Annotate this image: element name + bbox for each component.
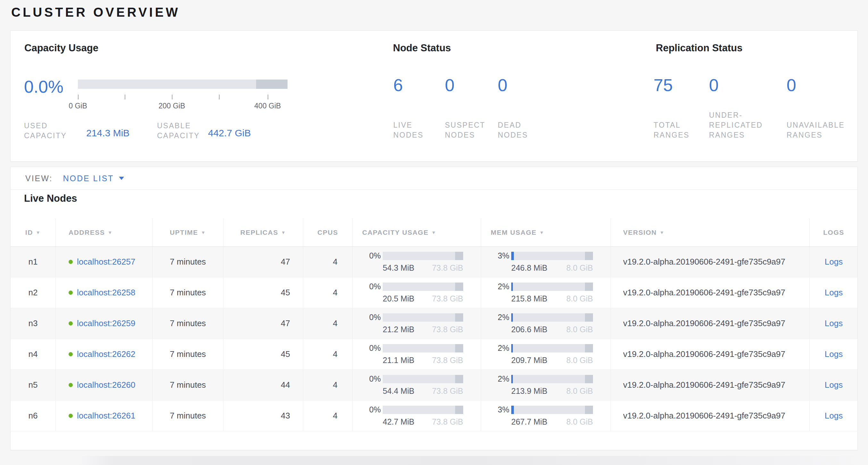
usage-total-value: 8.0 GiB [566, 417, 593, 427]
stat-value: 0 [445, 75, 455, 95]
uptime-cell: 7 minutes [153, 370, 223, 400]
usage-total-value: 73.8 GiB [432, 263, 463, 272]
node-address-link[interactable]: localhost:26258 [77, 288, 135, 298]
node-address-cell: localhost:26258 [56, 278, 153, 308]
node-address-link[interactable]: localhost:26259 [77, 318, 135, 328]
axis-tick-label: 400 GiB [254, 101, 281, 110]
stat-value: 0 [786, 75, 796, 95]
logs-link[interactable]: Logs [825, 288, 843, 298]
column-header-uptime[interactable]: UPTIME▼ [153, 219, 223, 246]
live-status-icon [69, 383, 73, 387]
cpus-cell: 4 [303, 401, 352, 431]
usage-bar [511, 344, 593, 352]
usage-bar-fill [511, 344, 513, 352]
usage-percent: 0% [362, 313, 381, 322]
column-header-version[interactable]: VERSION▼ [611, 219, 810, 246]
capacity-usage: 0%21.1 MiB73.8 GiB [362, 344, 463, 365]
version-cell: v19.2.0-alpha.20190606-2491-gfe735c9a97 [611, 308, 810, 339]
view-selected-value: NODE LIST [63, 174, 114, 183]
used-capacity-value: 214.3 MiB [86, 128, 129, 139]
sort-arrow-icon: ▼ [281, 230, 286, 235]
column-header-label: ADDRESS [69, 229, 105, 236]
capacity-usage-title: Capacity Usage [24, 42, 98, 54]
logs-cell: Logs [810, 308, 858, 339]
logs-link[interactable]: Logs [825, 411, 843, 421]
capacity-gauge-bar [78, 80, 287, 89]
column-header-capacity-usage[interactable]: CAPACITY USAGE▼ [352, 219, 481, 246]
usage-total-value: 8.0 GiB [566, 356, 593, 365]
table-row: n5localhost:262607 minutes4440%54.4 MiB7… [10, 370, 858, 401]
column-header-label: ID [25, 229, 33, 236]
usage-bar [383, 313, 463, 322]
node-address-cell: localhost:26260 [56, 370, 153, 400]
node-address-link[interactable]: localhost:26257 [77, 257, 135, 267]
usage-total-value: 73.8 GiB [432, 325, 463, 334]
node-address-link[interactable]: localhost:26260 [77, 380, 135, 390]
usage-bar-reserved [455, 313, 463, 322]
logs-link[interactable]: Logs [825, 257, 843, 267]
memory-usage: 2%209.7 MiB8.0 GiB [491, 344, 593, 365]
memory-usage: 3%246.8 MiB8.0 GiB [491, 251, 593, 272]
usage-bar [383, 283, 463, 291]
usage-percent: 0% [362, 405, 381, 414]
usage-used-value: 42.7 MiB [383, 417, 414, 427]
column-header-mem-usage[interactable]: MEM USAGE▼ [481, 219, 611, 246]
node-address-cell: localhost:26262 [56, 339, 153, 370]
column-header-replicas[interactable]: REPLICAS▼ [223, 219, 303, 246]
usage-total-value: 8.0 GiB [566, 386, 593, 396]
usage-bar-reserved [585, 344, 593, 352]
column-header-id[interactable]: ID▼ [10, 219, 56, 246]
replicas-cell: 45 [223, 339, 303, 370]
sort-arrow-icon: ▼ [108, 230, 113, 235]
logs-cell: Logs [810, 278, 858, 308]
logs-link[interactable]: Logs [825, 349, 843, 359]
usage-used-value: 20.5 MiB [383, 294, 414, 303]
sort-arrow-icon: ▼ [201, 230, 206, 235]
column-header-label: CPUS [317, 229, 338, 236]
table-row: n1localhost:262577 minutes4740%54.3 MiB7… [10, 246, 858, 278]
logs-cell: Logs [810, 370, 858, 400]
capacity-usage-cell: 0%42.7 MiB73.8 GiB [352, 401, 481, 431]
uptime-cell: 7 minutes [153, 401, 223, 431]
usage-bar-reserved [455, 344, 463, 352]
axis-tick-label: 200 GiB [158, 101, 185, 110]
usage-bar-fill [511, 283, 513, 291]
memory-usage-cell: 3%267.7 MiB8.0 GiB [481, 401, 611, 431]
live-status-icon [69, 414, 73, 418]
node-address-link[interactable]: localhost:26261 [77, 411, 135, 421]
logs-link[interactable]: Logs [825, 380, 843, 390]
column-header-address[interactable]: ADDRESS▼ [56, 219, 153, 246]
cpus-cell: 4 [303, 246, 352, 277]
usage-used-value: 21.1 MiB [383, 356, 414, 365]
table-header-row: ID▼ADDRESS▼UPTIME▼REPLICAS▼CPUSCAPACITY … [10, 219, 858, 246]
usage-used-value: 54.3 MiB [383, 263, 414, 272]
memory-usage-cell: 3%246.8 MiB8.0 GiB [481, 246, 611, 277]
logs-cell: Logs [810, 246, 858, 277]
replicas-cell: 44 [223, 370, 303, 400]
live-status-icon [69, 291, 73, 295]
usage-percent: 3% [491, 405, 509, 414]
usage-percent: 3% [491, 251, 509, 260]
usage-bar [511, 252, 593, 260]
version-cell: v19.2.0-alpha.20190606-2491-gfe735c9a97 [611, 278, 810, 308]
usage-total-value: 73.8 GiB [432, 294, 463, 303]
usage-total-value: 73.8 GiB [432, 386, 463, 396]
live-nodes-table: ID▼ADDRESS▼UPTIME▼REPLICAS▼CPUSCAPACITY … [10, 219, 858, 431]
node-address-link[interactable]: localhost:26262 [77, 349, 135, 359]
view-label: VIEW: [25, 174, 53, 183]
view-selector[interactable]: NODE LIST [63, 174, 124, 183]
replicas-cell: 47 [223, 308, 303, 339]
usage-bar [383, 375, 463, 383]
uptime-cell: 7 minutes [153, 339, 223, 370]
capacity-usage-cell: 0%54.4 MiB73.8 GiB [352, 370, 481, 400]
sort-arrow-icon: ▼ [539, 230, 544, 235]
usage-total-value: 8.0 GiB [566, 294, 593, 303]
usage-bar-reserved [585, 252, 593, 260]
logs-link[interactable]: Logs [825, 318, 843, 328]
usage-percent: 0% [362, 282, 381, 291]
memory-usage: 3%267.7 MiB8.0 GiB [491, 405, 593, 427]
used-capacity-label: USED CAPACITY [24, 121, 70, 141]
usage-bar-reserved [455, 283, 463, 291]
stat-label: UNAVAILABLE RANGES [786, 120, 857, 140]
usage-percent: 2% [491, 282, 509, 291]
